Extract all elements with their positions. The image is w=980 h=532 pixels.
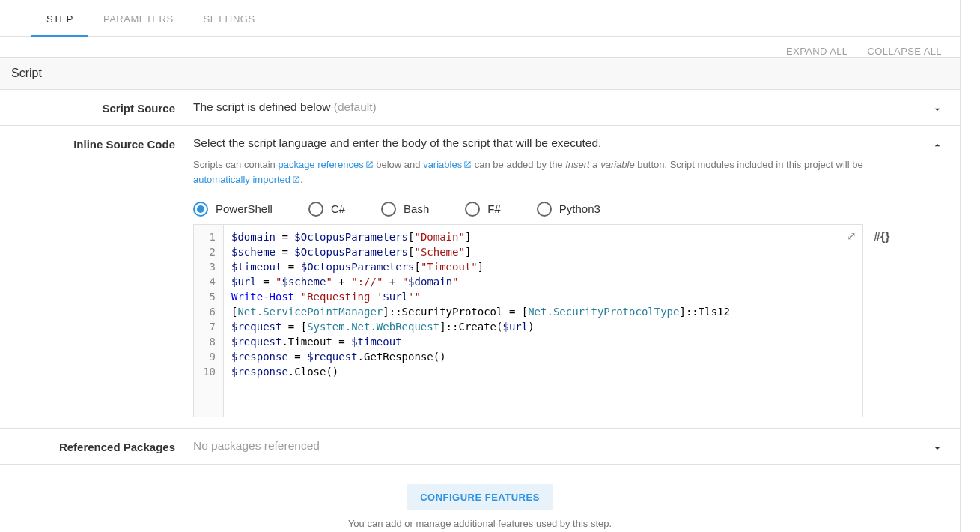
tab-settings[interactable]: SETTINGS <box>189 0 270 36</box>
link-variables[interactable]: variables <box>423 159 472 170</box>
radio-python3[interactable]: Python3 <box>537 202 600 217</box>
insert-variable-button[interactable]: #{} <box>874 230 889 244</box>
label-inline-source: Inline Source Code <box>0 136 193 417</box>
tab-step[interactable]: STEP <box>31 0 88 37</box>
chevron-down-icon[interactable] <box>931 442 943 456</box>
link-package-references[interactable]: package references <box>278 159 373 170</box>
editor-code[interactable]: $domain = $OctopusParameters["Domain"] $… <box>224 225 862 417</box>
radio-fsharp[interactable]: F# <box>465 202 501 217</box>
panel-script-header: Script <box>0 57 960 90</box>
script-source-value: The script is defined below (default) <box>193 100 377 113</box>
inline-source-title: Select the script language and enter the… <box>193 136 915 150</box>
inline-source-hint: Scripts can contain package references b… <box>193 157 915 188</box>
external-link-icon <box>463 158 472 173</box>
radio-bash[interactable]: Bash <box>381 202 429 217</box>
external-link-icon <box>292 173 300 188</box>
language-radio-group: PowerShell C# Bash F# Python3 <box>193 202 915 217</box>
chevron-down-icon[interactable] <box>931 103 943 118</box>
radio-powershell[interactable]: PowerShell <box>193 202 273 217</box>
link-auto-imported[interactable]: automatically imported <box>193 174 300 185</box>
chevron-up-icon[interactable] <box>931 139 943 154</box>
label-referenced-packages: Referenced Packages <box>0 439 193 453</box>
referenced-packages-value: No packages referenced <box>193 439 320 452</box>
fullscreen-icon[interactable]: ⤢ <box>847 229 856 243</box>
editor-gutter: 12345678910 <box>194 225 224 417</box>
tab-parameters[interactable]: PARAMETERS <box>88 0 189 36</box>
collapse-all-button[interactable]: COLLAPSE ALL <box>868 46 942 57</box>
top-tabs: STEP PARAMETERS SETTINGS <box>0 0 960 37</box>
footer-hint: You can add or manage additional feature… <box>0 518 960 529</box>
external-link-icon <box>365 158 374 173</box>
label-script-source: Script Source <box>0 100 193 115</box>
configure-features-button[interactable]: CONFIGURE FEATURES <box>407 484 553 510</box>
code-editor[interactable]: ⤢ 12345678910 $domain = $OctopusParamete… <box>193 224 863 417</box>
expand-all-button[interactable]: EXPAND ALL <box>786 46 848 57</box>
radio-csharp[interactable]: C# <box>308 202 345 217</box>
